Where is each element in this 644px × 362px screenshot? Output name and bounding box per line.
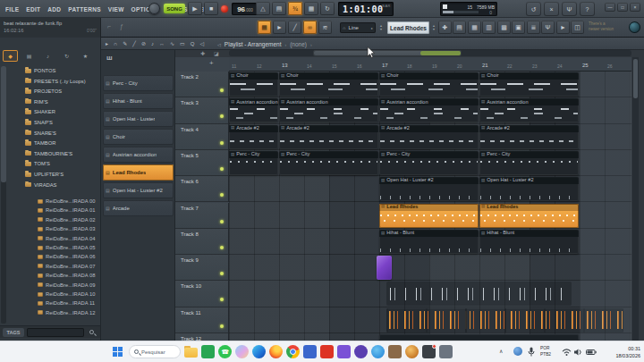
playlist-horizontal-scrollbar[interactable]: [229, 50, 631, 56]
mixer-button[interactable]: ▥: [482, 21, 496, 34]
edge-icon[interactable]: [252, 345, 266, 358]
picker-header-icon[interactable]: ш: [106, 55, 113, 62]
ruler-bar-24[interactable]: 24: [557, 63, 563, 69]
blue-card-app-icon[interactable]: [303, 345, 317, 358]
track-mute-led[interactable]: [220, 220, 224, 223]
track-mute-led[interactable]: [220, 324, 224, 328]
browser-file-reidobre-irada-10[interactable]: ReiDoBre...IRADA 10: [38, 291, 95, 297]
countdown-precount-button[interactable]: ¾: [288, 2, 302, 15]
picker-item-arcade[interactable]: ▤Arcade: [103, 200, 174, 216]
touch-controller-button[interactable]: ╱: [288, 21, 301, 34]
wait-for-input-button[interactable]: ▤: [272, 2, 286, 15]
browser-file-reidobre-irada-00[interactable]: ReiDoBre...IRADA 00: [38, 198, 95, 204]
slip-tool-icon[interactable]: ↔: [159, 41, 165, 46]
track-header-track-5[interactable]: Track 5: [175, 150, 229, 176]
ruler-bar-23[interactable]: 23: [532, 63, 538, 69]
menu-edit[interactable]: EDIT: [26, 6, 40, 13]
ruler-bar-12[interactable]: 12: [257, 63, 262, 69]
track-header-track-2[interactable]: Track 2: [175, 72, 229, 97]
clip-austrian-accordion[interactable]: ▤Austrian accordion: [379, 98, 479, 122]
tray-language-indicator[interactable]: POR PTB2: [540, 346, 551, 358]
whatsapp-icon[interactable]: ☎: [218, 345, 232, 358]
metronome-button[interactable]: △: [256, 2, 270, 15]
clip-choir[interactable]: ▤Choir: [479, 72, 579, 97]
browser-tab-all[interactable]: ◆: [3, 50, 18, 62]
audio-clip[interactable]: [386, 308, 623, 333]
paint-tool-icon[interactable]: ╱: [132, 41, 136, 46]
picker-item-austrian-accordion[interactable]: ▤Austrian accordion: [103, 147, 174, 163]
start-button[interactable]: [113, 347, 123, 357]
plugin-picker-button[interactable]: ✚: [438, 21, 452, 34]
link-controllers-button[interactable]: ∞: [303, 21, 317, 34]
snap-selector[interactable]: ∩ Line ▸: [340, 22, 376, 33]
violet-app-icon[interactable]: [354, 345, 368, 358]
browser-file-reidobre-irada-04[interactable]: ReiDoBre...IRADA 04: [38, 236, 95, 241]
help-button[interactable]: ?: [580, 2, 595, 16]
track-header-track-6[interactable]: Track 6: [175, 176, 229, 202]
track-header-track-8[interactable]: Track 8: [175, 229, 229, 255]
ruler-bar-20[interactable]: 20: [457, 63, 462, 69]
track-mute-led[interactable]: [220, 88, 224, 92]
blend-recording-button[interactable]: ▦: [304, 2, 318, 15]
clip-lead-rhodes[interactable]: ▤Lead Rhodes: [479, 204, 579, 228]
playback-tool-icon[interactable]: ◁: [199, 41, 204, 46]
picker-item-open-hat-luster[interactable]: ▤Open Hat - Luster: [103, 111, 174, 127]
select-tool-icon[interactable]: ▭: [180, 41, 185, 46]
ruler-bar-17[interactable]: 17: [382, 63, 388, 68]
multilink-controllers-button[interactable]: ▦: [258, 21, 271, 34]
picker-item-hihat-blunt[interactable]: ▤Hihat - Blunt: [103, 93, 174, 109]
clip-arcade-2[interactable]: ▤Arcade #2: [279, 125, 378, 149]
play-button[interactable]: ▶: [188, 2, 202, 15]
draw-tool-icon[interactable]: ✎: [123, 41, 127, 46]
track-mute-led[interactable]: [220, 272, 224, 275]
green-app-icon[interactable]: [201, 345, 215, 358]
browser-tab-recent[interactable]: ↻: [59, 50, 74, 62]
browser-file-reidobre-irada-05[interactable]: ReiDoBre...IRADA 05: [38, 245, 95, 250]
notification-app-icon[interactable]: [422, 345, 436, 358]
clip-open-hat-luster-2[interactable]: ▤Open Hat - Luster #2: [379, 177, 479, 201]
song-mode-button[interactable]: SONG: [164, 4, 185, 13]
clip-austrian-accordion[interactable]: ▤Austrian accordion: [229, 98, 278, 122]
clip-austrian-accordion[interactable]: ▤Austrian accordion: [479, 98, 579, 122]
delete-tool-icon[interactable]: ⊘: [141, 41, 146, 46]
menu-view[interactable]: VIEW: [108, 6, 124, 13]
clip-choir[interactable]: ▤Choir: [279, 72, 378, 97]
menu-patterns[interactable]: PATTERNS: [68, 6, 100, 13]
browser-file-reidobre-irada-12[interactable]: ReiDoBre...IRADA 12: [38, 310, 95, 316]
browser-file-reidobre-irada-06[interactable]: ReiDoBre...IRADA 06: [38, 254, 95, 259]
amber-circle-app-icon[interactable]: [405, 345, 419, 358]
browser-file-reidobre-irada-02[interactable]: ReiDoBre...IRADA 02: [38, 217, 95, 223]
tray-expand-icon[interactable]: ∧: [499, 349, 503, 354]
browser-scroll-thumb[interactable]: [1, 66, 6, 182]
browser-tab-favorites[interactable]: ★: [78, 50, 93, 62]
ruler-bar-11[interactable]: 11: [232, 63, 236, 69]
ruler-bar-19[interactable]: 19: [432, 63, 437, 69]
mute-tool-icon[interactable]: ♪: [151, 41, 154, 46]
close-button[interactable]: ×: [630, 3, 640, 12]
ruler-bar-21[interactable]: 21: [482, 63, 488, 68]
zoom-corner-icon[interactable]: ◪: [214, 50, 219, 56]
browser-folder-tom-s[interactable]: TOM'S: [25, 161, 50, 166]
browser-tab-sounds[interactable]: ♪: [40, 50, 55, 62]
browser-folder-presets-ty-loops[interactable]: PRESETS (..ty Loops): [25, 79, 86, 84]
playlist-vertical-scrollbar[interactable]: [632, 57, 639, 341]
blue-circle-app-icon[interactable]: [371, 345, 385, 358]
snap-magnet-icon[interactable]: ∩: [114, 41, 117, 46]
browser-file-reidobre-irada-03[interactable]: ReiDoBre...IRADA 03: [38, 226, 95, 232]
zoom-tool-icon[interactable]: Q: [191, 41, 195, 46]
browser-scrollbar[interactable]: [1, 66, 6, 324]
event-list-button[interactable]: ≣: [527, 21, 540, 34]
ruler-bar-15[interactable]: 15: [332, 63, 337, 69]
picker-item-open-hat-luster-2[interactable]: ▤Open Hat - Luster #2: [103, 182, 174, 198]
track-mute-led[interactable]: [220, 114, 224, 118]
audio-clip[interactable]: [379, 334, 579, 341]
browser-file-reidobre-irada-01[interactable]: ReiDoBre...IRADA 01: [38, 207, 95, 213]
piano-roll-button[interactable]: ▩: [497, 21, 511, 34]
browser-file-reidobre-irada-08[interactable]: ReiDoBre...IRADA 08: [38, 273, 95, 278]
typing-keyboard-button[interactable]: ≋: [318, 21, 332, 34]
time-display[interactable]: 1:01:00 BAR: [338, 2, 394, 16]
maximize-button[interactable]: □: [617, 3, 628, 12]
tempo-tap-button[interactable]: Ψ: [541, 21, 555, 34]
ruler-bar-14[interactable]: 14: [307, 63, 312, 69]
audio-clip[interactable]: [386, 282, 571, 306]
